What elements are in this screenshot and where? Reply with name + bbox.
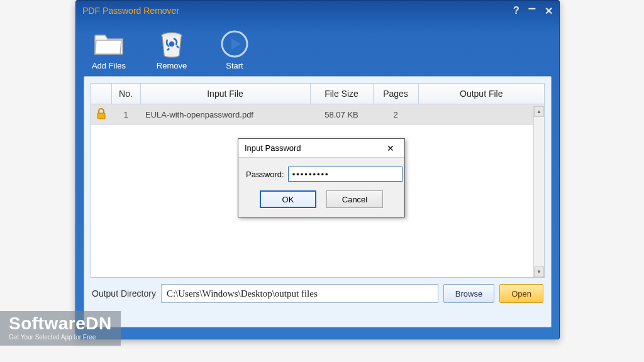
cell-no: 1 bbox=[111, 104, 140, 126]
add-files-label: Add Files bbox=[92, 61, 126, 70]
dialog-buttons: OK Cancel bbox=[246, 190, 397, 208]
scroll-down-icon[interactable]: ▼ bbox=[534, 266, 544, 277]
table-row[interactable]: 1 EULA-with-openpassword.pdf 58.07 KB 2 bbox=[91, 104, 544, 126]
play-icon bbox=[219, 30, 250, 58]
remove-label: Remove bbox=[157, 61, 187, 70]
app-title: PDF Password Remover bbox=[82, 6, 179, 16]
password-field-row: Password: bbox=[246, 167, 397, 182]
svg-point-1 bbox=[170, 42, 174, 46]
add-files-button[interactable]: Add Files bbox=[86, 30, 131, 70]
help-icon[interactable]: ? bbox=[513, 5, 519, 16]
ok-button[interactable]: OK bbox=[260, 190, 316, 208]
output-directory-row: Output Directory Browse Open bbox=[84, 284, 551, 310]
col-output-file[interactable]: Output File bbox=[418, 84, 544, 104]
cell-file-size: 58.07 KB bbox=[310, 104, 373, 126]
scroll-up-icon[interactable]: ▲ bbox=[534, 106, 544, 117]
svg-rect-3 bbox=[97, 113, 105, 119]
col-no[interactable]: No. bbox=[111, 84, 140, 104]
start-button[interactable]: Start bbox=[212, 30, 257, 70]
password-input[interactable] bbox=[288, 167, 402, 182]
vertical-scrollbar[interactable]: ▲ ▼ bbox=[533, 106, 544, 277]
browse-button[interactable]: Browse bbox=[443, 284, 494, 303]
cell-input-file: EULA-with-openpassword.pdf bbox=[140, 104, 310, 126]
dialog-title: Input Password bbox=[245, 143, 301, 153]
output-dir-input[interactable] bbox=[161, 284, 438, 303]
toolbar: Add Files Remove bbox=[76, 21, 559, 76]
folder-icon bbox=[93, 30, 125, 58]
dialog-titlebar[interactable]: Input Password ✕ bbox=[238, 139, 404, 158]
watermark-tagline: Get Your Selected App for Free bbox=[9, 334, 112, 341]
cancel-button[interactable]: Cancel bbox=[326, 190, 383, 208]
col-input-file[interactable]: Input File bbox=[140, 84, 310, 104]
watermark-name: SoftwareDN bbox=[9, 314, 112, 334]
dialog-close-icon[interactable]: ✕ bbox=[383, 141, 398, 155]
col-lock[interactable] bbox=[91, 84, 111, 104]
titlebar[interactable]: PDF Password Remover ? – ✕ bbox=[76, 1, 559, 21]
remove-button[interactable]: Remove bbox=[149, 30, 194, 70]
cell-output-file bbox=[418, 104, 544, 126]
minimize-icon[interactable]: – bbox=[528, 0, 536, 16]
watermark: SoftwareDN Get Your Selected App for Fre… bbox=[0, 311, 121, 346]
start-label: Start bbox=[226, 61, 243, 70]
col-pages[interactable]: Pages bbox=[373, 84, 418, 104]
output-dir-label: Output Directory bbox=[92, 288, 156, 299]
password-label: Password: bbox=[246, 170, 284, 179]
close-icon[interactable]: ✕ bbox=[545, 5, 553, 17]
cell-pages: 2 bbox=[373, 104, 418, 126]
table-header-row: No. Input File File Size Pages Output Fi… bbox=[91, 84, 544, 104]
dialog-body: Password: OK Cancel bbox=[238, 158, 404, 217]
open-button[interactable]: Open bbox=[499, 284, 543, 303]
trash-icon bbox=[156, 30, 187, 58]
window-controls: ? – ✕ bbox=[513, 3, 553, 19]
col-file-size[interactable]: File Size bbox=[310, 84, 373, 104]
input-password-dialog: Input Password ✕ Password: OK Cancel bbox=[238, 138, 405, 217]
lock-icon bbox=[91, 104, 111, 126]
